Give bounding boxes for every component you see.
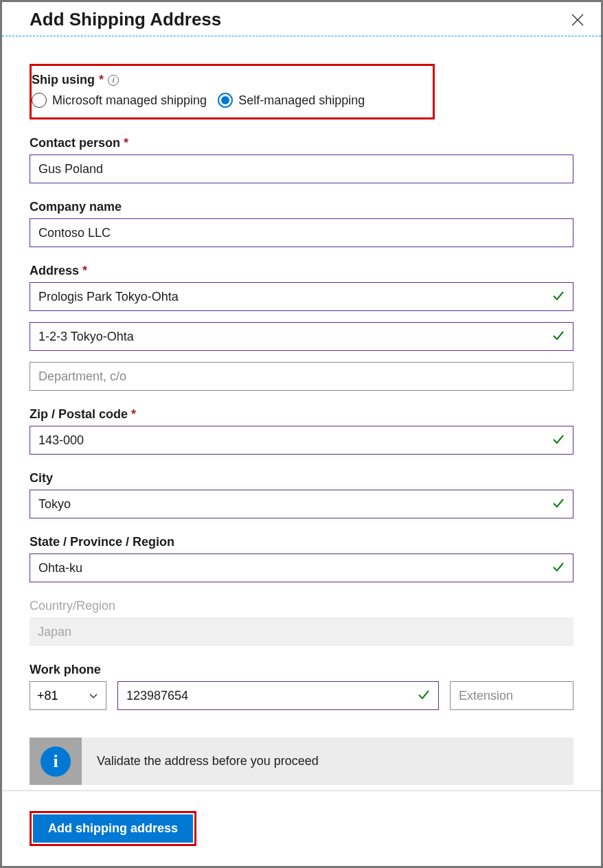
phone-country-code-text: +81 <box>37 689 58 703</box>
contact-person-input[interactable] <box>30 155 573 183</box>
validate-banner: i Validate the address before you procee… <box>30 738 573 785</box>
required-asterisk: * <box>99 73 104 87</box>
panel-footer: Add shipping address <box>2 790 601 866</box>
info-icon: i <box>41 746 71 777</box>
primary-button-highlight: Add shipping address <box>30 811 196 846</box>
radio-circle-unselected <box>32 93 47 108</box>
panel-title: Add Shipping Address <box>30 9 221 30</box>
panel-header: Add Shipping Address <box>2 2 601 36</box>
address-label: Address * <box>30 264 573 278</box>
field-postal: Zip / Postal code * <box>30 407 573 455</box>
field-company: Company name <box>30 200 573 247</box>
company-label: Company name <box>30 200 573 214</box>
field-phone: Work phone +81 <box>30 663 573 710</box>
city-label: City <box>30 471 573 486</box>
radio-circle-selected <box>218 93 233 108</box>
field-state: State / Province / Region <box>30 535 573 582</box>
city-input[interactable] <box>30 490 573 518</box>
address-line1-input[interactable] <box>30 282 573 311</box>
state-label: State / Province / Region <box>30 535 573 549</box>
radio-self-managed[interactable]: Self-managed shipping <box>218 93 365 108</box>
info-icon[interactable]: i <box>108 75 119 86</box>
phone-country-code-dropdown[interactable]: +81 <box>30 681 106 710</box>
ship-using-radio-group: Microsoft managed shipping Self-managed … <box>32 93 420 108</box>
field-contact-person: Contact person * <box>30 136 573 183</box>
phone-number-input[interactable] <box>117 681 439 710</box>
field-address: Address * <box>30 264 573 391</box>
radio-label-managed: Microsoft managed shipping <box>52 93 207 108</box>
add-shipping-address-button[interactable]: Add shipping address <box>33 814 193 843</box>
form-scroll-area[interactable]: Ship using * i Microsoft managed shippin… <box>2 50 601 790</box>
address-line3-input[interactable] <box>30 362 573 391</box>
company-input[interactable] <box>30 218 573 247</box>
postal-input[interactable] <box>30 426 573 455</box>
banner-text: Validate the address before you proceed <box>82 738 334 785</box>
phone-label: Work phone <box>30 663 573 677</box>
phone-extension-input[interactable] <box>450 681 573 710</box>
divider <box>2 36 601 36</box>
field-country: Country/Region <box>30 599 573 646</box>
close-button[interactable] <box>568 10 587 30</box>
contact-person-label: Contact person * <box>30 136 573 150</box>
ship-using-highlight-box: Ship using * i Microsoft managed shippin… <box>30 64 435 119</box>
radio-label-self: Self-managed shipping <box>238 93 365 108</box>
banner-icon-box: i <box>30 738 82 785</box>
country-label: Country/Region <box>30 599 573 613</box>
postal-label: Zip / Postal code * <box>30 407 573 422</box>
ship-using-label: Ship using * i <box>32 73 420 87</box>
chevron-down-icon <box>88 690 99 701</box>
state-input[interactable] <box>30 553 573 582</box>
radio-microsoft-managed[interactable]: Microsoft managed shipping <box>32 93 207 108</box>
x-icon <box>571 13 584 27</box>
address-line2-input[interactable] <box>30 322 573 351</box>
field-city: City <box>30 471 573 518</box>
ship-using-label-text: Ship using <box>32 73 95 87</box>
country-input <box>30 617 573 646</box>
